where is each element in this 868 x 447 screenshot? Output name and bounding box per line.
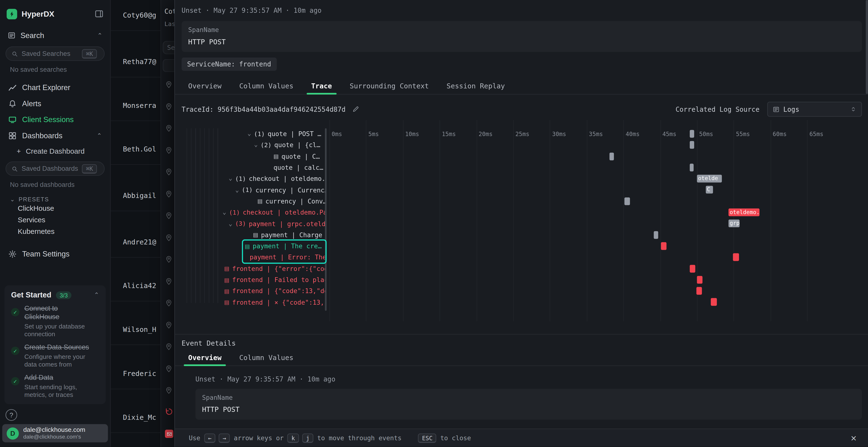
trace-row[interactable]: ▤frontend | {"code":13,"det… — [175, 285, 868, 297]
sidebar-item-client-sessions[interactable]: Client Sessions — [0, 112, 110, 128]
session-row[interactable]: Monserra — [123, 101, 156, 109]
session-row[interactable]: Beth.Gol — [123, 145, 156, 153]
trace-row[interactable]: ⌄(2)quote | {cl… — [175, 139, 868, 151]
background-search-input[interactable]: Se — [163, 41, 175, 54]
trace-row[interactable]: ▤frontend | × {"code":13,"d… — [175, 297, 868, 308]
location-pin-icon[interactable] — [165, 81, 173, 89]
session-replay-error-icon[interactable] — [165, 408, 173, 416]
location-pin-icon[interactable] — [165, 343, 173, 350]
location-pin-icon[interactable] — [165, 277, 173, 285]
location-pin-icon[interactable] — [165, 103, 173, 110]
span-duration-bar[interactable] — [689, 164, 694, 171]
chevron-up-icon[interactable]: ⌃ — [97, 132, 102, 139]
help-button[interactable]: ? — [5, 409, 17, 421]
get-started-header[interactable]: Get Started 3/3 ⌃ — [11, 291, 99, 299]
span-duration-bar[interactable] — [654, 231, 658, 239]
chevron-down-icon[interactable]: ⌄ — [235, 187, 239, 193]
user-menu[interactable]: D dale@clickhouse.com dale@clickhouse.co… — [2, 424, 108, 442]
sidebar-item-alerts[interactable]: Alerts — [0, 96, 110, 112]
span-duration-bar[interactable] — [733, 253, 739, 261]
close-icon[interactable]: × — [850, 434, 857, 442]
location-pin-icon[interactable] — [165, 234, 173, 241]
tab-trace[interactable]: Trace — [302, 77, 341, 94]
trace-row[interactable]: ▤currency | Conv… — [175, 196, 868, 207]
trace-row[interactable]: ⌄(1)currency | Currenc…C — [175, 184, 868, 196]
location-pin-icon[interactable] — [165, 386, 173, 394]
service-name-chip[interactable]: ServiceName: frontend — [182, 58, 277, 71]
span-duration-bar[interactable]: C — [706, 186, 713, 194]
trace-row[interactable]: ⌄(3)payment | grpc.oteld…grp — [175, 218, 868, 229]
tab-overview[interactable]: Overview — [179, 77, 230, 94]
trace-row[interactable]: ▤quote | C… — [175, 151, 868, 162]
tab-column-values[interactable]: Column Values — [230, 77, 302, 94]
trace-row[interactable]: ▤frontend | Failed to place… — [175, 274, 868, 285]
session-row[interactable]: Alicia42 — [123, 281, 156, 290]
background-control[interactable] — [163, 59, 175, 72]
trace-row[interactable]: ⌄(1)checkout | oteldemo.Pa…oteldemo. — [175, 207, 868, 218]
location-pin-icon[interactable] — [165, 299, 173, 307]
span-duration-bar[interactable] — [689, 130, 694, 138]
create-dashboard-button[interactable]: + Create Dashboard — [0, 144, 110, 158]
location-pin-icon[interactable] — [165, 190, 173, 198]
session-row[interactable]: Frederic — [123, 370, 156, 378]
saved-searches-input[interactable]: Saved Searches ⌘K — [5, 46, 105, 61]
chevron-down-icon[interactable]: ⌄ — [228, 176, 232, 182]
collapse-sidebar-icon[interactable] — [95, 9, 104, 18]
preset-item-kubernetes[interactable]: Kubernetes — [0, 226, 110, 237]
sidebar-item-dashboards[interactable]: Dashboards⌃ — [0, 128, 110, 144]
sidebar-item-team-settings[interactable]: Team Settings — [0, 246, 110, 262]
session-row[interactable]: Wilson_H — [123, 325, 156, 333]
preset-item-clickhouse[interactable]: ClickHouse — [0, 202, 110, 214]
span-duration-bar[interactable] — [697, 276, 703, 283]
location-pin-icon[interactable] — [165, 168, 173, 176]
sidebar-item-chart-explorer[interactable]: Chart Explorer — [0, 80, 110, 96]
get-started-step[interactable]: ✓Add DataStart sending logs, metrics, or… — [11, 374, 99, 399]
chevron-down-icon[interactable]: ⌄ — [254, 142, 258, 148]
hyperdx-logo-icon[interactable] — [7, 9, 18, 19]
chevron-up-icon[interactable]: ⌃ — [97, 33, 102, 38]
span-duration-bar[interactable] — [661, 242, 666, 250]
tree-timeline-divider[interactable] — [325, 128, 327, 311]
span-duration-bar[interactable]: otelde — [697, 175, 722, 182]
location-pin-icon[interactable] — [165, 255, 173, 263]
event-details-tab-overview[interactable]: Overview — [179, 349, 230, 366]
session-row[interactable]: Coty60@g — [123, 11, 156, 19]
session-row[interactable]: Retha77@ — [123, 58, 156, 66]
location-pin-icon[interactable] — [165, 321, 173, 329]
trace-row[interactable]: ⌄(1)quote | POST … — [175, 128, 868, 140]
search-section-header[interactable]: Search ⌃ — [0, 28, 110, 43]
trace-row[interactable]: quote | calc… — [175, 162, 868, 173]
tab-session-replay[interactable]: Session Replay — [438, 77, 514, 94]
location-pin-icon[interactable] — [165, 212, 173, 219]
span-duration-bar[interactable]: grp — [728, 220, 740, 227]
session-row[interactable]: Abbigail — [123, 191, 156, 199]
tab-surrounding-context[interactable]: Surrounding Context — [341, 77, 438, 94]
mail-error-icon[interactable] — [165, 429, 173, 438]
span-duration-bar[interactable] — [689, 141, 694, 149]
get-started-step[interactable]: ✓Connect to ClickHouseSet up your databa… — [11, 305, 99, 338]
trace-row[interactable]: ▤payment | Charge … — [175, 229, 868, 241]
chevron-down-icon[interactable]: ⌄ — [222, 210, 226, 215]
trace-row[interactable]: ▤frontend | {"error":{"code… — [175, 263, 868, 274]
edit-icon[interactable] — [352, 106, 360, 113]
chevron-up-icon[interactable]: ⌃ — [94, 291, 99, 299]
location-pin-icon[interactable] — [165, 125, 173, 132]
session-row[interactable]: Andre21@ — [123, 238, 156, 246]
location-pin-icon[interactable] — [165, 146, 173, 154]
span-duration-bar[interactable] — [624, 197, 630, 205]
span-duration-bar[interactable] — [711, 299, 717, 306]
trace-row[interactable]: ⌄(1)checkout | oteldemo.…otelde — [175, 173, 868, 184]
span-duration-bar[interactable]: oteldemo. — [728, 209, 760, 216]
location-pin-icon[interactable] — [165, 365, 173, 372]
presets-header[interactable]: ⌄ PRESETS — [10, 196, 110, 203]
chevron-down-icon[interactable]: ⌄ — [247, 131, 251, 137]
span-duration-bar[interactable] — [696, 287, 702, 295]
preset-item-services[interactable]: Services — [0, 214, 110, 226]
log-source-select[interactable]: Logs — [767, 102, 862, 116]
span-duration-bar[interactable] — [689, 265, 695, 272]
span-duration-bar[interactable] — [610, 152, 614, 160]
chevron-down-icon[interactable]: ⌄ — [228, 221, 232, 227]
session-row[interactable]: Dixie_Mc — [123, 413, 156, 421]
saved-dashboards-input[interactable]: Saved Dashboards ⌘K — [5, 161, 105, 176]
get-started-step[interactable]: ✓Create Data SourcesConfigure where your… — [11, 343, 99, 368]
